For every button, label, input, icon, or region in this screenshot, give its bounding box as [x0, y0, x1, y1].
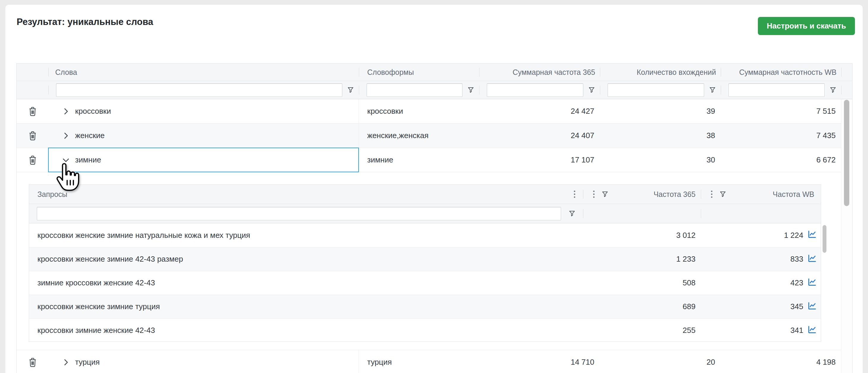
filter-cell-freq-365 [583, 204, 701, 223]
expand-row-chevron[interactable] [61, 358, 70, 367]
queries-table: Запросы Частота 365 Частота WB [29, 184, 821, 342]
word-text: турция [75, 358, 100, 367]
freq-wb-column-menu-button[interactable] [707, 190, 716, 198]
open-frequency-chart-button[interactable] [807, 254, 817, 265]
sum-freq-wb-cell: 6 672 [721, 148, 841, 172]
funnel-icon [829, 86, 837, 94]
queries-column-menu-button[interactable] [570, 190, 579, 198]
chevron-right-icon [61, 358, 70, 367]
query-text-cell: кроссовки женские зимние натуральные кож… [29, 223, 583, 247]
words-filter-input[interactable] [56, 84, 342, 97]
query-row[interactable]: кроссовки женские зимние натуральные кож… [29, 223, 821, 247]
query-row[interactable]: зимние кроссовки женские 42-43 508 423 [29, 271, 821, 294]
sum-freq-wb-filter-funnel-button[interactable] [825, 86, 841, 94]
header-scroll-spacer [841, 64, 852, 81]
kebab-menu-icon [592, 190, 595, 198]
table-body: кроссовки кроссовки 24 427 39 7 515 женс… [17, 99, 852, 373]
filter-cell-sum-freq-wb [721, 81, 841, 99]
query-row[interactable]: кроссовки женские зимние 42-43 размер 1 … [29, 247, 821, 271]
wordforms-cell: турция [359, 350, 479, 373]
header-wordforms[interactable]: Словоформы [359, 64, 479, 81]
page-title: Результат: уникальные слова [17, 17, 153, 27]
filter-scroll-spacer [841, 81, 852, 99]
funnel-icon [601, 190, 609, 198]
header-occurrences[interactable]: Количество вхождений [600, 64, 721, 81]
sum-freq-wb-filter-input[interactable] [728, 84, 825, 97]
queries-header-row: Запросы Частота 365 Частота WB [29, 185, 821, 204]
freq-wb-cell: 341 [701, 319, 821, 342]
occurrences-cell: 20 [600, 350, 721, 373]
funnel-icon [588, 86, 595, 94]
open-frequency-chart-button[interactable] [807, 277, 817, 289]
sum-freq-365-cell: 17 107 [479, 148, 600, 172]
header-sum-freq-365[interactable]: Суммарная частота 365 [479, 64, 600, 81]
word-cell[interactable]: женские [49, 124, 359, 148]
table-row: женские женские,женская 24 407 38 7 435 [17, 124, 852, 148]
collapse-row-chevron[interactable] [61, 156, 70, 164]
detail-scrollbar-thumb[interactable] [823, 225, 827, 253]
query-row[interactable]: кроссовки зимние женские 42-43 255 341 [29, 318, 821, 342]
freq-365-column-menu-button[interactable] [590, 190, 598, 198]
occurrences-cell: 39 [600, 99, 721, 123]
filter-delete-column [17, 81, 49, 99]
wordforms-cell: женские,женская [359, 124, 479, 148]
funnel-icon [467, 86, 475, 94]
open-frequency-chart-button[interactable] [807, 325, 817, 336]
word-cell-focused[interactable]: зимние [49, 148, 359, 172]
open-frequency-chart-button[interactable] [807, 301, 817, 312]
query-row[interactable]: кроссовки женские зимние турция 689 345 [29, 294, 821, 318]
header-queries[interactable]: Запросы [29, 185, 583, 204]
sum-freq-365-filter-input[interactable] [487, 84, 583, 97]
freq-365-cell: 255 [583, 319, 701, 342]
delete-row-button[interactable] [27, 130, 38, 142]
occurrences-filter-funnel-button[interactable] [704, 86, 721, 94]
word-text: зимние [75, 155, 101, 164]
header-freq-365[interactable]: Частота 365 [583, 185, 701, 204]
kebab-menu-icon [573, 190, 576, 198]
freq-365-header-funnel-button[interactable] [598, 190, 612, 198]
table-header-row: Слова Словоформы Суммарная частота 365 К… [17, 64, 852, 81]
sum-freq-wb-cell: 7 435 [721, 124, 841, 148]
wordforms-filter-funnel-button[interactable] [463, 86, 479, 94]
expand-row-chevron[interactable] [61, 107, 70, 116]
freq-wb-cell: 345 [701, 295, 821, 318]
delete-row-button[interactable] [27, 357, 38, 368]
header-delete-column [17, 64, 49, 81]
freq-365-cell: 689 [583, 295, 701, 318]
word-cell[interactable]: кроссовки [49, 99, 359, 123]
queries-filter-input[interactable] [37, 207, 561, 220]
trash-icon [27, 357, 38, 368]
header-freq-wb[interactable]: Частота WB [701, 185, 821, 204]
sum-freq-365-filter-funnel-button[interactable] [583, 86, 600, 94]
header-words[interactable]: Слова [49, 64, 359, 81]
expand-row-chevron[interactable] [61, 131, 70, 140]
freq-wb-header-funnel-button[interactable] [716, 190, 730, 198]
filter-cell-wordforms [359, 81, 479, 99]
occurrences-filter-input[interactable] [608, 84, 704, 97]
delete-row-button[interactable] [27, 154, 38, 166]
table-scrollbar-thumb[interactable] [844, 100, 849, 206]
words-filter-funnel-button[interactable] [342, 86, 359, 94]
sum-freq-365-cell: 24 407 [479, 124, 600, 148]
configure-and-download-button[interactable]: Настроить и скачать [758, 17, 855, 35]
line-chart-icon [807, 301, 817, 310]
query-text-cell: зимние кроссовки женские 42-43 [29, 271, 583, 294]
freq-365-cell: 508 [583, 271, 701, 294]
filter-cell-queries [29, 204, 583, 223]
header-sum-freq-wb[interactable]: Суммарная частотность WB [721, 64, 841, 81]
table-filter-row [17, 81, 852, 99]
queries-filter-funnel-button[interactable] [561, 210, 583, 217]
filter-cell-occurrences [600, 81, 721, 99]
detail-panel: Запросы Частота 365 Частота WB [17, 172, 852, 350]
chevron-right-icon [61, 107, 70, 116]
open-frequency-chart-button[interactable] [807, 229, 817, 241]
unique-words-table: Слова Словоформы Суммарная частота 365 К… [16, 63, 852, 373]
delete-row-button[interactable] [27, 106, 38, 117]
table-scrollbar-track[interactable] [841, 99, 852, 373]
trash-icon [27, 154, 38, 166]
word-cell[interactable]: турция [49, 350, 359, 373]
filter-cell-sum-freq-365 [479, 81, 600, 99]
line-chart-icon [807, 229, 817, 239]
kebab-menu-icon [710, 190, 713, 198]
wordforms-filter-input[interactable] [367, 84, 463, 97]
